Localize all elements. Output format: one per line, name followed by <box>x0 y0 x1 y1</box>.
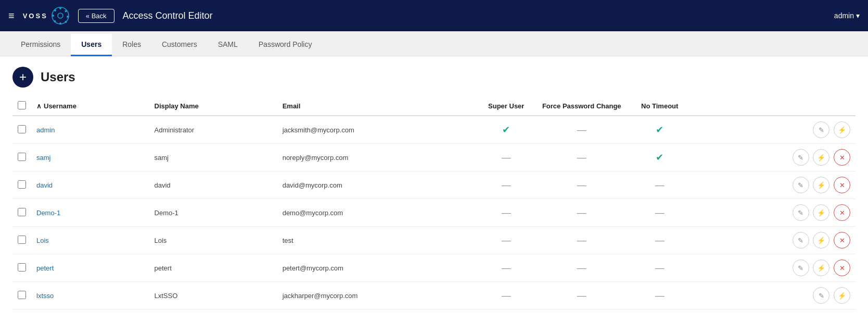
table-row: petert petert petert@mycorp.com — — — ✎ … <box>12 254 856 282</box>
actions-cell: ✎ ⚡ ✕ <box>691 144 856 171</box>
row-checkbox-cell <box>12 144 31 171</box>
force-password-cell: — <box>535 116 629 144</box>
tab-roles[interactable]: Roles <box>112 34 151 56</box>
svg-point-7 <box>52 15 54 17</box>
back-button[interactable]: « Back <box>78 9 114 23</box>
edit-button[interactable]: ✎ <box>793 204 809 221</box>
row-checkbox[interactable] <box>18 180 26 189</box>
username-link[interactable]: Demo-1 <box>36 209 60 217</box>
table-header-row: ∧ Username Display Name Email Super User… <box>12 97 856 116</box>
delete-button[interactable]: ✕ <box>834 260 850 276</box>
user-menu[interactable]: admin ▾ <box>834 11 860 20</box>
main-content: + Users ∧ Username Display Name Email Su… <box>0 56 868 321</box>
logo-text: VOSS <box>23 12 48 20</box>
tab-permissions[interactable]: Permissions <box>10 34 71 56</box>
username-link[interactable]: petert <box>36 264 54 272</box>
force-password-dash: — <box>577 290 586 301</box>
display-name-cell: samj <box>149 144 277 171</box>
navbar-title: Access Control Editor <box>123 10 826 21</box>
table-row: lxtsso LxtSSO jackharper@mycorp.com — — … <box>12 282 856 310</box>
th-super-user: Super User <box>478 97 535 116</box>
super-user-dash: — <box>502 263 511 273</box>
th-no-timeout: No Timeout <box>629 97 691 116</box>
force-password-dash: — <box>577 152 586 163</box>
hamburger-icon[interactable]: ≡ <box>8 10 15 22</box>
clone-button[interactable]: ⚡ <box>834 121 850 138</box>
row-checkbox-cell <box>12 227 31 254</box>
clone-button[interactable]: ⚡ <box>813 149 829 166</box>
row-checkbox[interactable] <box>18 291 26 299</box>
tab-saml[interactable]: SAML <box>208 34 248 56</box>
delete-button[interactable]: ✕ <box>834 204 850 221</box>
table-row: admin Administrator jacksmith@mycorp.com… <box>12 116 856 144</box>
display-name-cell: Lois <box>149 227 277 254</box>
edit-button[interactable]: ✎ <box>793 149 809 166</box>
super-user-cell: — <box>478 144 535 171</box>
row-checkbox[interactable] <box>18 125 26 133</box>
edit-button[interactable]: ✎ <box>793 260 809 276</box>
tab-bar: Permissions Users Roles Customers SAML P… <box>0 31 868 56</box>
no-timeout-dash: — <box>655 263 665 273</box>
users-table: ∧ Username Display Name Email Super User… <box>12 97 856 310</box>
no-timeout-cell: — <box>629 199 691 227</box>
row-checkbox-cell <box>12 171 31 199</box>
svg-point-1 <box>59 7 61 9</box>
tab-users[interactable]: Users <box>71 34 112 56</box>
super-user-dash: — <box>502 235 511 245</box>
username-cell: petert <box>31 254 149 282</box>
force-password-dash: — <box>577 235 586 245</box>
delete-button[interactable]: ✕ <box>834 177 850 193</box>
row-checkbox[interactable] <box>18 263 26 271</box>
no-timeout-dash: — <box>655 235 665 245</box>
clone-button[interactable]: ⚡ <box>813 260 829 276</box>
tab-password-policy[interactable]: Password Policy <box>248 34 323 56</box>
edit-button[interactable]: ✎ <box>813 287 829 304</box>
row-checkbox-cell <box>12 199 31 227</box>
force-password-dash: — <box>577 207 586 218</box>
clone-button[interactable]: ⚡ <box>813 177 829 193</box>
username-cell: admin <box>31 116 149 144</box>
th-email: Email <box>277 97 478 116</box>
th-username[interactable]: ∧ Username <box>31 97 149 116</box>
delete-button[interactable]: ✕ <box>834 149 850 166</box>
row-checkbox-cell <box>12 254 31 282</box>
username-link[interactable]: david <box>36 181 53 189</box>
delete-button[interactable]: ✕ <box>834 232 850 249</box>
edit-button[interactable]: ✎ <box>793 232 809 249</box>
force-password-cell: — <box>535 282 629 310</box>
clone-button[interactable]: ⚡ <box>813 204 829 221</box>
no-timeout-dash: — <box>655 207 665 218</box>
th-username-label: Username <box>44 102 76 110</box>
username-link[interactable]: admin <box>36 126 55 134</box>
edit-button[interactable]: ✎ <box>793 177 809 193</box>
actions-cell: ✎ ⚡ ✕ <box>691 227 856 254</box>
actions-cell: ✎ ⚡ ✕ <box>691 199 856 227</box>
force-password-cell: — <box>535 254 629 282</box>
tab-customers[interactable]: Customers <box>151 34 208 56</box>
super-user-dash: — <box>502 207 511 218</box>
edit-button[interactable]: ✎ <box>813 121 829 138</box>
username-link[interactable]: Lois <box>36 237 49 244</box>
super-user-cell: — <box>478 254 535 282</box>
actions-cell: ✎ ⚡ <box>691 116 856 144</box>
user-label: admin <box>834 11 854 20</box>
email-cell: noreply@mycorp.com <box>277 144 478 171</box>
force-password-dash: — <box>577 180 586 190</box>
clone-button[interactable]: ⚡ <box>834 287 850 304</box>
no-timeout-cell: — <box>629 171 691 199</box>
no-timeout-dash: — <box>655 290 665 301</box>
no-timeout-check: ✔ <box>656 125 663 135</box>
force-password-dash: — <box>577 125 586 135</box>
actions-cell: ✎ ⚡ ✕ <box>691 254 856 282</box>
username-link[interactable]: lxtsso <box>36 292 54 300</box>
clone-button[interactable]: ⚡ <box>813 232 829 249</box>
row-checkbox[interactable] <box>18 208 26 216</box>
no-timeout-cell: — <box>629 254 691 282</box>
row-checkbox[interactable] <box>18 236 26 244</box>
svg-point-2 <box>65 10 67 13</box>
row-checkbox[interactable] <box>18 153 26 161</box>
add-user-button[interactable]: + <box>12 67 33 88</box>
super-user-check: ✔ <box>502 125 510 135</box>
username-link[interactable]: samj <box>36 154 50 162</box>
select-all-checkbox[interactable] <box>18 101 26 109</box>
